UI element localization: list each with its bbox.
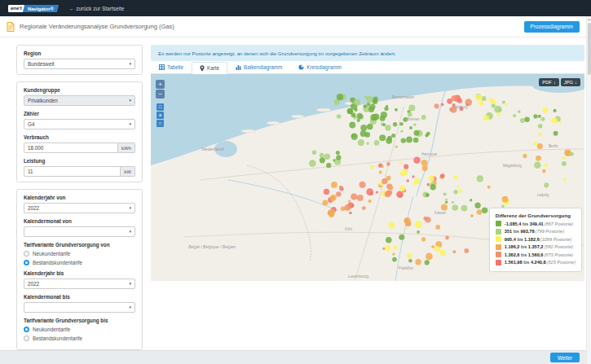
kalendermonat-von-label: Kalendermonat von: [24, 218, 135, 224]
chevron-down-icon: ▾: [129, 282, 131, 286]
tarif-bis-option-bestandskunden[interactable]: Bestandskundentarife: [24, 335, 135, 341]
legend-row: 1.362,6 bis 1.560,6(873 Postorte): [496, 252, 576, 257]
region-select[interactable]: Bundesweit ▾: [24, 59, 135, 69]
export-jpg-button[interactable]: JPG ↓: [561, 78, 580, 86]
table-icon: [159, 64, 165, 70]
tab-karte[interactable]: Karte: [192, 62, 227, 74]
customer-card: Kundengruppe Privatkunden ▾ Zähler G4 ▾ …: [16, 81, 143, 182]
tarif-von-option-neukunden[interactable]: Neukundentarife: [24, 251, 135, 257]
svg-text:Hamburg: Hamburg: [452, 105, 468, 109]
leistung-unit: kW: [121, 166, 135, 177]
verbrauch-label: Verbrauch: [24, 134, 135, 140]
chevron-down-icon: ▾: [129, 206, 131, 210]
svg-text:Bremen: Bremen: [407, 117, 420, 121]
svg-text:Nederland: Nederland: [201, 147, 224, 151]
page-title: Regionale Veränderungsanalyse Grundverso…: [20, 23, 174, 30]
verbrauch-input[interactable]: 18.000: [24, 143, 118, 153]
svg-text:Berlin: Berlin: [549, 144, 558, 148]
process-diagram-button[interactable]: Prozessdiagramm: [524, 21, 580, 33]
legend-swatch: [496, 236, 501, 242]
legend-row: -1.085,4 bis 349,41(867 Postorte): [496, 221, 576, 226]
info-message: Es werden nur Postorte angezeigt, an den…: [151, 45, 584, 61]
tarif-bis-label: Tarifvariante Grundversorgung bis: [24, 318, 135, 323]
zaehler-select[interactable]: G4 ▾: [24, 119, 135, 129]
leistung-label: Leistung: [24, 158, 135, 164]
document-icon: [7, 22, 15, 32]
chevron-down-icon: ▾: [129, 122, 131, 126]
region-card: Region Bundesweit ▾: [16, 45, 143, 75]
svg-text:Köln: Köln: [345, 227, 353, 231]
legend-swatch: [496, 260, 501, 265]
tarif-von-option-bestandskunden[interactable]: Bestandskundentarife: [24, 260, 135, 265]
region-label: Region: [24, 50, 135, 56]
download-icon: ↓: [554, 80, 556, 85]
radio-icon: [24, 260, 29, 265]
kalendermonat-bis-label: Kalendermonat bis: [24, 294, 135, 300]
tarif-bis-option-neukunden[interactable]: Neukundentarife: [24, 327, 135, 332]
radio-icon: [24, 327, 29, 332]
map-tools: □ ≡ ○: [157, 103, 164, 128]
kalendermonat-bis-select[interactable]: ▾: [24, 302, 135, 313]
bottom-bar: Weiter: [0, 350, 586, 364]
chevron-down-icon: ▾: [129, 305, 131, 309]
verbrauch-unit: kWh: [118, 143, 135, 153]
page-header: Regionale Veränderungsanalyse Grundverso…: [0, 16, 586, 37]
tab-kreisdiagramm[interactable]: Kreisdiagramm: [290, 61, 349, 73]
kalendermonat-von-select[interactable]: ▾: [24, 226, 135, 237]
download-icon: ↓: [575, 80, 577, 85]
scroll-up-arrow[interactable]: ▲: [587, 16, 591, 22]
app-logo[interactable]: ene't Navigator®: [8, 5, 58, 12]
legend-title: Differenz der Grundversorgung: [496, 213, 576, 218]
legend-swatch: [496, 244, 501, 250]
view-tabs: Tabelle Karte Balkendiagramm Kreisdiagra…: [151, 62, 584, 74]
kalenderjahr-von-select[interactable]: 2022 ▾: [24, 203, 135, 213]
map-canvas[interactable]: Nederland Bremerhaven Hamburg Bremen Han…: [151, 74, 584, 281]
scrollbar-thumb[interactable]: [588, 23, 591, 75]
zaehler-label: Zähler: [24, 111, 135, 116]
page-scrollbar[interactable]: ▲: [586, 16, 591, 364]
legend-row: 351 bis 993,78(799 Postorte): [496, 229, 576, 235]
radio-icon: [24, 251, 29, 257]
map-legend: Differenz der Grundversorgung -1.085,4 b…: [490, 208, 581, 271]
chevron-down-icon: ▾: [129, 230, 131, 234]
chevron-down-icon: ▾: [129, 99, 131, 103]
radio-icon: [24, 335, 29, 341]
svg-text:Leipzig: Leipzig: [537, 193, 549, 197]
svg-text:Magdeburg: Magdeburg: [503, 164, 522, 168]
bar-chart-icon: [236, 64, 241, 70]
filter-sidebar: Region Bundesweit ▾ Kundengruppe Privatk…: [16, 45, 143, 364]
legend-swatch: [496, 252, 501, 257]
kalenderjahr-bis-select[interactable]: 2022 ▾: [24, 278, 135, 289]
next-button[interactable]: Weiter: [550, 353, 580, 362]
legend-row: 1.561,98 bis 4.240,8(825 Postorte): [496, 260, 576, 265]
svg-text:Kassel: Kassel: [434, 211, 446, 215]
tab-tabelle[interactable]: Tabelle: [151, 61, 192, 73]
svg-text:België / Belgique / Belgien: België / Belgique / Belgien: [188, 244, 236, 249]
tarif-von-label: Tarifvariante Grundversorgung von: [24, 242, 135, 248]
kalenderjahr-bis-label: Kalenderjahr bis: [24, 270, 135, 276]
logo-mark: ene't: [8, 5, 24, 12]
locate-icon[interactable]: ○: [157, 120, 164, 127]
legend-swatch: [496, 229, 501, 235]
map-pin-icon: [200, 65, 205, 72]
export-pdf-button[interactable]: PDF ↓: [539, 78, 559, 86]
map-zoom-controls: + −: [156, 80, 165, 99]
svg-text:Frankfurt: Frankfurt: [399, 266, 414, 270]
zoom-in-button[interactable]: +: [156, 80, 165, 89]
top-navbar: ene't Navigator® ← zurück zur Startseite: [0, 0, 591, 16]
pie-chart-icon: [298, 64, 304, 70]
tab-balkendiagramm[interactable]: Balkendiagramm: [227, 61, 290, 73]
map-export-buttons: PDF ↓ JPG ↓: [539, 78, 580, 86]
legend-row: 995,4 bis 1.182,6(1099 Postorte): [496, 236, 576, 242]
leistung-input[interactable]: 11: [24, 166, 121, 177]
fullscreen-icon[interactable]: □: [157, 103, 164, 111]
zoom-out-button[interactable]: −: [156, 90, 165, 99]
chevron-down-icon: ▾: [129, 62, 131, 66]
kundengruppe-label: Kundengruppe: [24, 87, 135, 93]
svg-text:Luxembourg: Luxembourg: [348, 274, 369, 278]
layers-icon[interactable]: ≡: [157, 112, 164, 119]
svg-text:Bremerhaven: Bremerhaven: [392, 95, 415, 99]
legend-swatch: [496, 221, 501, 226]
back-to-start-link[interactable]: ← zurück zur Startseite: [69, 6, 125, 11]
kundengruppe-select[interactable]: Privatkunden ▾: [24, 95, 135, 106]
